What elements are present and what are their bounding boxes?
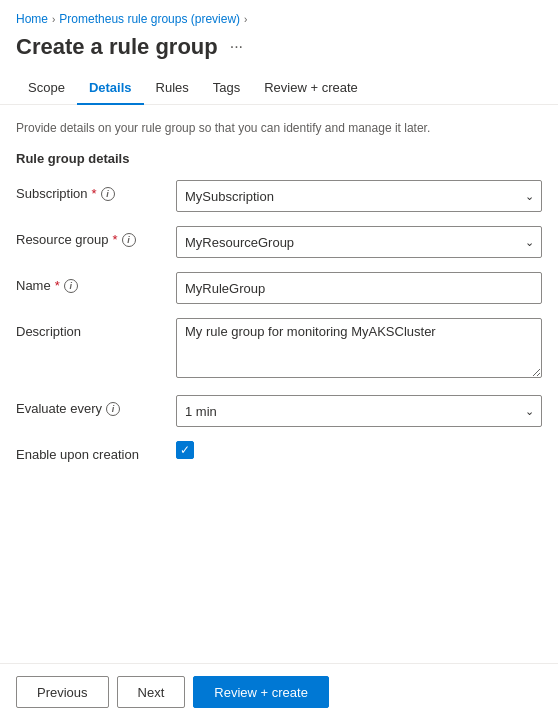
- tab-rules[interactable]: Rules: [144, 72, 201, 105]
- breadcrumb: Home › Prometheus rule groups (preview) …: [0, 0, 558, 30]
- name-label: Name * i: [16, 272, 176, 293]
- checkmark-icon: ✓: [180, 444, 190, 456]
- name-info-icon[interactable]: i: [64, 279, 78, 293]
- evaluate-every-label: Evaluate every i: [16, 395, 176, 416]
- evaluate-every-row: Evaluate every i 1 min 5 min 10 min ⌄: [16, 395, 542, 427]
- evaluate-every-select[interactable]: 1 min 5 min 10 min: [176, 395, 542, 427]
- section-title: Rule group details: [16, 151, 542, 166]
- page-title-row: Create a rule group ···: [0, 30, 558, 72]
- enable-checkbox[interactable]: ✓: [176, 441, 194, 459]
- resource-group-control: MyResourceGroup ⌄: [176, 226, 542, 258]
- content-area: Provide details on your rule group so th…: [0, 105, 558, 556]
- subscription-info-icon[interactable]: i: [101, 187, 115, 201]
- subscription-select[interactable]: MySubscription: [176, 180, 542, 212]
- resource-group-select[interactable]: MyResourceGroup: [176, 226, 542, 258]
- enable-upon-creation-label: Enable upon creation: [16, 441, 176, 462]
- evaluate-every-select-wrapper: 1 min 5 min 10 min ⌄: [176, 395, 542, 427]
- subscription-label: Subscription * i: [16, 180, 176, 201]
- enable-upon-creation-row: Enable upon creation ✓: [16, 441, 542, 462]
- resource-group-label: Resource group * i: [16, 226, 176, 247]
- subscription-row: Subscription * i MySubscription ⌄: [16, 180, 542, 212]
- review-create-button[interactable]: Review + create: [193, 676, 329, 708]
- tab-tags[interactable]: Tags: [201, 72, 252, 105]
- next-button[interactable]: Next: [117, 676, 186, 708]
- tab-review-create[interactable]: Review + create: [252, 72, 370, 105]
- name-control: [176, 272, 542, 304]
- breadcrumb-separator-1: ›: [52, 14, 55, 25]
- tab-scope[interactable]: Scope: [16, 72, 77, 105]
- enable-checkbox-wrapper: ✓: [176, 441, 542, 459]
- more-options-button[interactable]: ···: [226, 36, 247, 58]
- subscription-control: MySubscription ⌄: [176, 180, 542, 212]
- description-row: Description My rule group for monitoring…: [16, 318, 542, 381]
- description-label: Description: [16, 318, 176, 339]
- name-row: Name * i: [16, 272, 542, 304]
- breadcrumb-rule-groups[interactable]: Prometheus rule groups (preview): [59, 12, 240, 26]
- tabs-container: Scope Details Rules Tags Review + create: [0, 72, 558, 105]
- page-title: Create a rule group: [16, 34, 218, 60]
- breadcrumb-home[interactable]: Home: [16, 12, 48, 26]
- tab-details[interactable]: Details: [77, 72, 144, 105]
- subscription-required: *: [92, 186, 97, 201]
- name-required: *: [55, 278, 60, 293]
- description-textarea[interactable]: My rule group for monitoring MyAKSCluste…: [176, 318, 542, 378]
- evaluate-every-info-icon[interactable]: i: [106, 402, 120, 416]
- breadcrumb-separator-2: ›: [244, 14, 247, 25]
- section-description: Provide details on your rule group so th…: [16, 121, 542, 135]
- resource-group-row: Resource group * i MyResourceGroup ⌄: [16, 226, 542, 258]
- resource-group-select-wrapper: MyResourceGroup ⌄: [176, 226, 542, 258]
- footer: Previous Next Review + create: [0, 663, 558, 720]
- resource-group-info-icon[interactable]: i: [122, 233, 136, 247]
- previous-button[interactable]: Previous: [16, 676, 109, 708]
- name-input[interactable]: [176, 272, 542, 304]
- resource-group-required: *: [113, 232, 118, 247]
- description-control: My rule group for monitoring MyAKSCluste…: [176, 318, 542, 381]
- enable-upon-creation-control: ✓: [176, 441, 542, 459]
- evaluate-every-control: 1 min 5 min 10 min ⌄: [176, 395, 542, 427]
- subscription-select-wrapper: MySubscription ⌄: [176, 180, 542, 212]
